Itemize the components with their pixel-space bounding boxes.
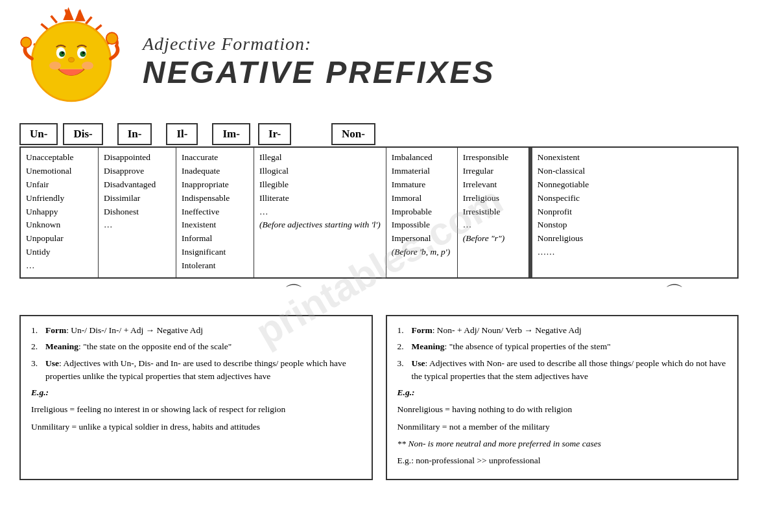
title-area: Adjective Formation: NEGATIVE PREFIXES [130, 34, 745, 90]
word-non-3: Nonnegotiable [538, 179, 605, 191]
word-il-3: Illegible [259, 179, 381, 191]
word-il-1: Illegal [259, 152, 381, 164]
word-il-5: … [259, 206, 381, 218]
word-dis-6: … [104, 219, 171, 231]
word-in-6: Inexistent [182, 219, 248, 231]
info-right-eg-label: E.g.: [397, 386, 728, 399]
prefix-header-in: In- [117, 123, 152, 145]
info-left-item-1: 1. Form: Un-/ Dis-/ In-/ + Adj → Negativ… [31, 324, 361, 337]
svg-point-21 [69, 58, 75, 62]
word-im-6: Impossible [392, 219, 452, 231]
info-left-example-2: Unmilitary = unlike a typical soldier in… [31, 421, 361, 434]
word-il-note: (Before adjectives starting with 'l') [259, 219, 381, 231]
word-non-4: Nonspecific [538, 192, 605, 205]
info-left-example-1: Irreligious = feeling no interest in or … [31, 403, 361, 416]
svg-line-3 [51, 16, 57, 23]
info-right-item-2: 2. Meaning: "the absence of typical prop… [397, 340, 728, 353]
word-in-5: Ineffective [182, 206, 248, 218]
word-non-8: …… [538, 246, 605, 259]
main-title: NEGATIVE PREFIXES [143, 54, 745, 90]
word-im-4: Immoral [392, 192, 452, 205]
svg-point-19 [62, 52, 64, 54]
svg-point-25 [21, 37, 31, 47]
prefix-header-im: Im- [212, 123, 250, 145]
info-right-item-1: 1. Form: Non- + Adj/ Noun/ Verb → Negati… [397, 324, 728, 337]
bottom-section: 1. Form: Un-/ Dis-/ In-/ + Adj → Negativ… [13, 308, 745, 487]
prefix-header-ir: Ir- [258, 123, 291, 145]
word-dis-2: Disapprove [104, 165, 171, 178]
word-in-2: Inadequate [182, 165, 248, 178]
word-ir-3: Irrelevant [463, 179, 523, 191]
word-ir-note: (Before "r") [463, 233, 523, 245]
svg-point-22 [49, 62, 61, 70]
svg-line-2 [86, 17, 91, 24]
page: Adjective Formation: NEGATIVE PREFIXES U… [0, 0, 758, 532]
subtitle: Adjective Formation: [143, 34, 745, 54]
word-im-1: Imbalanced [392, 152, 452, 164]
info-left-item-3: 3. Use: Adjectives with Un-, Dis- and In… [31, 357, 361, 384]
svg-marker-13 [76, 11, 84, 20]
word-ir-2: Irregular [463, 165, 523, 178]
word-dis-5: Dishonest [104, 206, 171, 218]
info-box-left: 1. Form: Un-/ Dis-/ In-/ + Adj → Negativ… [19, 315, 373, 480]
word-in-8: Insignificant [182, 246, 248, 259]
info-right-item-3: 3. Use: Adjectives with Non- are used to… [397, 357, 728, 384]
word-im-7: Impersonal [392, 233, 452, 245]
info-left-eg-label: E.g.: [31, 386, 361, 399]
prefix-header-un: Un- [19, 123, 58, 145]
info-right-extra-eg: E.g.: non-professional >> unprofessional [397, 454, 728, 467]
word-non-5: Nonprofit [538, 206, 605, 218]
word-im-3: Immature [392, 179, 452, 191]
brace-left: ⌒ [19, 281, 607, 305]
word-un-8: Untidy [26, 246, 93, 259]
prefix-header-dis: Dis- [63, 123, 102, 145]
brace-right: ⌒ [610, 281, 739, 305]
word-im-5: Improbable [392, 206, 452, 218]
prefix-header-il: Il- [166, 123, 198, 145]
word-non-7: Nonreligious [538, 233, 605, 245]
col-dis: Disappointed Disapprove Disadvantaged Di… [99, 148, 176, 277]
svg-point-24 [106, 32, 118, 44]
word-ir-1: Irresponsible [463, 152, 523, 164]
col-im: Imbalanced Immaterial Immature Immoral I… [386, 148, 458, 277]
info-box-right: 1. Form: Non- + Adj/ Noun/ Verb → Negati… [386, 315, 739, 480]
word-un-9: … [26, 260, 93, 272]
word-dis-4: Dissimilar [104, 192, 171, 205]
word-in-4: Indispensable [182, 192, 248, 205]
word-il-4: Illiterate [259, 192, 381, 205]
word-un-7: Unpopular [26, 233, 93, 245]
word-un-1: Unacceptable [26, 152, 93, 164]
word-in-3: Inappropriate [182, 179, 248, 191]
main-columns: Unacceptable Unemotional Unfair Unfriend… [19, 146, 739, 279]
word-in-9: Intolerant [182, 260, 248, 272]
brace-row: ⌒ ⌒ [13, 281, 745, 305]
word-im-note: (Before 'b, m, p') [392, 246, 452, 259]
info-right-example-2: Nonmilitary = not a member of the milita… [397, 421, 728, 434]
info-right-note: ** Non- is more neutral and more preferr… [397, 437, 728, 450]
prefix-header-row: Un- Dis- In- Il- Im- Ir- Non- [13, 123, 745, 145]
col-ir: Irresponsible Irregular Irrelevant Irrel… [458, 148, 529, 277]
info-right-example-1: Nonreligious = having nothing to do with… [397, 403, 728, 416]
svg-point-23 [82, 62, 93, 70]
word-non-1: Nonexistent [538, 152, 605, 164]
col-un: Unacceptable Unemotional Unfair Unfriend… [21, 148, 99, 277]
sun-illustration [13, 6, 130, 117]
word-un-5: Unhappy [26, 206, 93, 218]
word-un-3: Unfair [26, 179, 93, 191]
info-left-item-2: 2. Meaning: "the state on the opposite e… [31, 340, 361, 353]
word-ir-5: Irresistible [463, 206, 523, 218]
col-in: Inaccurate Inadequate Inappropriate Indi… [176, 148, 254, 277]
word-un-6: Unknown [26, 219, 93, 231]
word-un-2: Unemotional [26, 165, 93, 178]
word-non-6: Nonstop [538, 219, 605, 231]
word-non-2: Non-classical [538, 165, 605, 178]
word-dis-3: Disadvantaged [104, 179, 171, 191]
svg-point-20 [82, 52, 85, 54]
prefix-header-non: Non- [331, 123, 375, 145]
word-im-2: Immaterial [392, 165, 452, 178]
col-non: Nonexistent Non-classical Nonnegotiable … [532, 148, 610, 277]
word-in-7: Informal [182, 233, 248, 245]
word-il-2: Illogical [259, 165, 381, 178]
header-section: Adjective Formation: NEGATIVE PREFIXES [13, 6, 745, 117]
col-il: Illegal Illogical Illegible Illiterate …… [254, 148, 386, 277]
